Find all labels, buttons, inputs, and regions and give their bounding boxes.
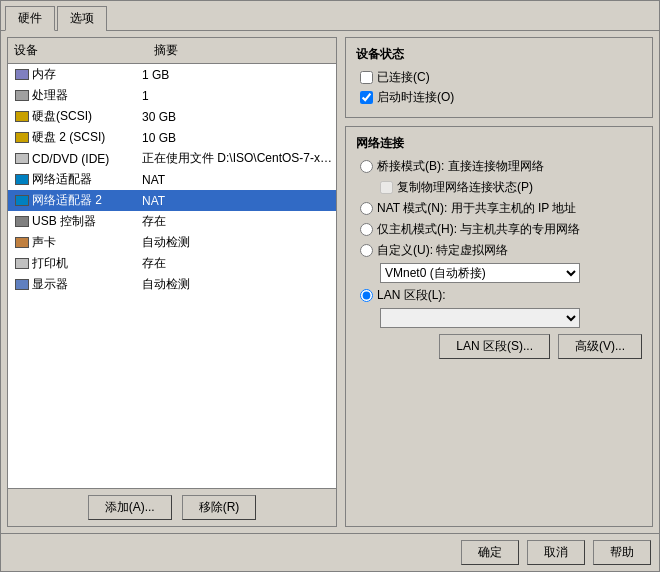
bridge-radio[interactable]: [360, 160, 373, 173]
device-row[interactable]: 内存1 GB: [8, 64, 336, 85]
device-name-label: CD/DVD (IDE): [32, 152, 142, 166]
lan-segment-select[interactable]: [380, 308, 580, 328]
device-list: 内存1 GB处理器1硬盘(SCSI)30 GB硬盘 2 (SCSI)10 GBC…: [8, 64, 336, 488]
connected-label: 已连接(C): [377, 69, 430, 86]
autoconnect-label: 启动时连接(O): [377, 89, 454, 106]
device-status-section: 设备状态 已连接(C) 启动时连接(O): [345, 37, 653, 118]
bridge-label: 桥接模式(B): 直接连接物理网络: [377, 158, 544, 175]
device-row[interactable]: 网络适配器 2NAT: [8, 190, 336, 211]
display-icon: [12, 277, 32, 293]
device-name-label: 打印机: [32, 255, 142, 272]
remove-device-button[interactable]: 移除(R): [182, 495, 257, 520]
device-status-title: 设备状态: [356, 46, 642, 63]
device-row[interactable]: 网络适配器NAT: [8, 169, 336, 190]
custom-dropdown-row: VMnet0 (自动桥接): [356, 263, 642, 283]
nat-label: NAT 模式(N): 用于共享主机的 IP 地址: [377, 200, 576, 217]
lan-radio[interactable]: [360, 289, 373, 302]
device-name-label: 声卡: [32, 234, 142, 251]
custom-radio-row: 自定义(U): 特定虚拟网络: [356, 242, 642, 259]
device-row[interactable]: 显示器自动检测: [8, 274, 336, 295]
lan-input-row: [356, 308, 642, 328]
cdrom-icon: [12, 151, 32, 167]
device-row[interactable]: 硬盘 2 (SCSI)10 GB: [8, 127, 336, 148]
device-summary-label: 30 GB: [142, 110, 336, 124]
usb-icon: [12, 214, 32, 230]
add-device-button[interactable]: 添加(A)...: [88, 495, 172, 520]
device-summary-label: 自动检测: [142, 234, 336, 251]
tab-hardware[interactable]: 硬件: [5, 6, 55, 31]
lan-label: LAN 区段(L):: [377, 287, 446, 304]
right-panel: 设备状态 已连接(C) 启动时连接(O) 网络连接 桥接模式(B): 直接连接物…: [345, 37, 653, 527]
device-summary-label: 1 GB: [142, 68, 336, 82]
dialog-bottom: 确定 取消 帮助: [1, 533, 659, 571]
custom-network-select[interactable]: VMnet0 (自动桥接): [380, 263, 580, 283]
hostonly-radio[interactable]: [360, 223, 373, 236]
connected-checkbox[interactable]: [360, 71, 373, 84]
device-row[interactable]: CD/DVD (IDE)正在使用文件 D:\ISO\CentOS-7-x86..…: [8, 148, 336, 169]
device-row[interactable]: 处理器1: [8, 85, 336, 106]
device-summary-label: 自动检测: [142, 276, 336, 293]
printer-icon: [12, 256, 32, 272]
lan-buttons: LAN 区段(S)... 高级(V)...: [356, 334, 642, 359]
device-row[interactable]: 硬盘(SCSI)30 GB: [8, 106, 336, 127]
lan-segment-button[interactable]: LAN 区段(S)...: [439, 334, 550, 359]
bridge-radio-row: 桥接模式(B): 直接连接物理网络: [356, 158, 642, 175]
bridge-sub-checkbox[interactable]: [380, 181, 393, 194]
network-icon: [12, 172, 32, 188]
custom-label: 自定义(U): 特定虚拟网络: [377, 242, 508, 259]
network-connection-section: 网络连接 桥接模式(B): 直接连接物理网络 复制物理网络连接状态(P) NAT…: [345, 126, 653, 527]
bridge-sub-label: 复制物理网络连接状态(P): [397, 179, 533, 196]
nat-radio[interactable]: [360, 202, 373, 215]
tab-options[interactable]: 选项: [57, 6, 107, 31]
list-header: 设备 摘要: [8, 38, 336, 64]
autoconnect-row: 启动时连接(O): [356, 89, 642, 106]
device-row[interactable]: 打印机存在: [8, 253, 336, 274]
device-summary-label: 10 GB: [142, 131, 336, 145]
help-button[interactable]: 帮助: [593, 540, 651, 565]
disk-icon: [12, 130, 32, 146]
ok-button[interactable]: 确定: [461, 540, 519, 565]
device-name-label: 显示器: [32, 276, 142, 293]
autoconnect-checkbox[interactable]: [360, 91, 373, 104]
memory-icon: [12, 67, 32, 83]
device-summary-label: NAT: [142, 173, 336, 187]
sound-icon: [12, 235, 32, 251]
device-actions: 添加(A)... 移除(R): [8, 488, 336, 526]
header-device: 设备: [8, 40, 148, 61]
connected-row: 已连接(C): [356, 69, 642, 86]
device-summary-label: 正在使用文件 D:\ISO\CentOS-7-x86...: [142, 150, 336, 167]
device-name-label: 网络适配器: [32, 171, 142, 188]
device-summary-label: 1: [142, 89, 336, 103]
network-connection-title: 网络连接: [356, 135, 642, 152]
device-row[interactable]: 声卡自动检测: [8, 232, 336, 253]
lan-radio-row: LAN 区段(L):: [356, 287, 642, 304]
bridge-sub-row: 复制物理网络连接状态(P): [356, 179, 642, 196]
network-icon: [12, 193, 32, 209]
device-name-label: 硬盘 2 (SCSI): [32, 129, 142, 146]
device-summary-label: 存在: [142, 255, 336, 272]
tab-bar: 硬件 选项: [1, 1, 659, 31]
custom-radio[interactable]: [360, 244, 373, 257]
device-name-label: 网络适配器 2: [32, 192, 142, 209]
device-list-panel: 设备 摘要 内存1 GB处理器1硬盘(SCSI)30 GB硬盘 2 (SCSI)…: [7, 37, 337, 527]
hostonly-radio-row: 仅主机模式(H): 与主机共享的专用网络: [356, 221, 642, 238]
disk-icon: [12, 109, 32, 125]
nat-radio-row: NAT 模式(N): 用于共享主机的 IP 地址: [356, 200, 642, 217]
device-summary-label: NAT: [142, 194, 336, 208]
header-summary: 摘要: [148, 40, 336, 61]
device-summary-label: 存在: [142, 213, 336, 230]
cancel-button[interactable]: 取消: [527, 540, 585, 565]
device-name-label: USB 控制器: [32, 213, 142, 230]
device-name-label: 内存: [32, 66, 142, 83]
hostonly-label: 仅主机模式(H): 与主机共享的专用网络: [377, 221, 580, 238]
advanced-button[interactable]: 高级(V)...: [558, 334, 642, 359]
device-row[interactable]: USB 控制器存在: [8, 211, 336, 232]
device-name-label: 硬盘(SCSI): [32, 108, 142, 125]
device-name-label: 处理器: [32, 87, 142, 104]
cpu-icon: [12, 88, 32, 104]
